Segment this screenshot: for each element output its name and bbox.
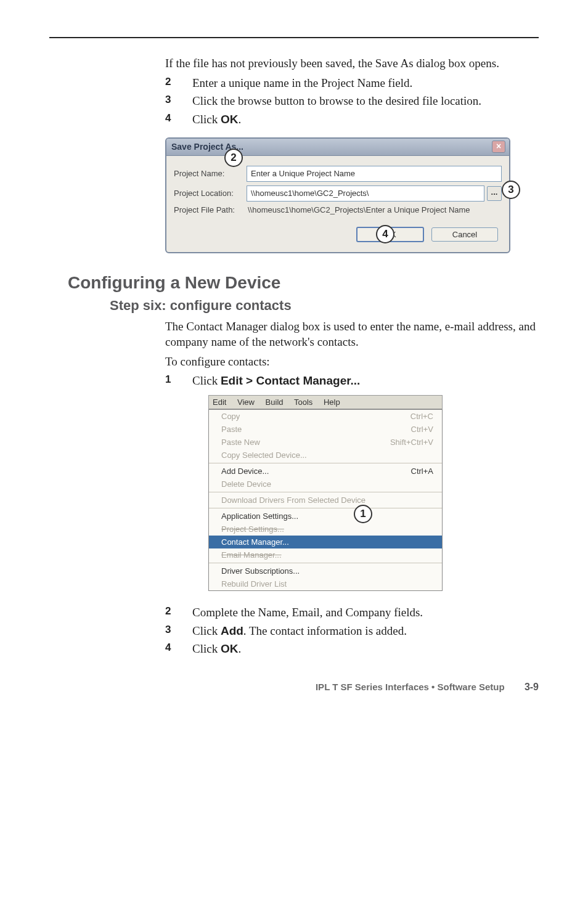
intro-paragraph: If the file has not previously been save…: [165, 55, 539, 71]
project-name-label: Project Name:: [174, 169, 247, 178]
intro-step-4-pre: Click: [192, 113, 221, 126]
mi-copy-selected: Copy Selected Device...: [209, 449, 442, 462]
callout-3: 3: [502, 181, 520, 199]
post-step-3: Click Add. The contact information is ad…: [192, 623, 539, 639]
intro-step-4-dot: .: [238, 113, 241, 126]
intro-step-4-ok: OK: [221, 113, 239, 126]
edit-menu-figure: Edit View Build Tools Help CopyCtrl+C Pa…: [208, 395, 443, 591]
intro-step-3: Click the browse button to browse to the…: [192, 93, 539, 109]
footer-text: IPL T SF Series Interfaces • Software Se…: [316, 682, 505, 692]
edit-dropdown: CopyCtrl+C PasteCtrl+V Paste NewShift+Ct…: [208, 409, 443, 591]
mi-copy: CopyCtrl+C: [209, 410, 442, 423]
post-step-4-pre: Click: [192, 642, 221, 655]
mi-paste: PasteCtrl+V: [209, 423, 442, 436]
mi-paste-new: Paste NewShift+Ctrl+V: [209, 436, 442, 449]
post-step-num-2: 2: [165, 605, 192, 621]
mi-delete-device: Delete Device: [209, 478, 442, 491]
mi-contact-manager[interactable]: Contact Manager...: [209, 536, 442, 548]
save-project-dialog: Save Project As... × Project Name: Enter…: [165, 137, 510, 253]
post-step-num-3: 3: [165, 623, 192, 639]
post-step-3-tail: . The contact information is added.: [243, 624, 407, 637]
callout-1: 1: [354, 505, 372, 523]
footer-page-number: 3-9: [525, 682, 539, 692]
mi-add-device[interactable]: Add Device...Ctrl+A: [209, 465, 442, 478]
project-path-label: Project File Path:: [174, 205, 247, 214]
intro-step-num-2: 2: [165, 75, 192, 91]
post-step-4-dot: .: [238, 642, 241, 655]
post-step-2: Complete the Name, Email, and Company fi…: [192, 605, 539, 621]
page-footer: IPL T SF Series Interfaces • Software Se…: [49, 682, 539, 693]
menu-edit[interactable]: Edit: [213, 397, 226, 407]
cancel-button[interactable]: Cancel: [431, 227, 498, 242]
menu-bar: Edit View Build Tools Help: [208, 395, 443, 409]
post-step-4: Click OK.: [192, 641, 539, 657]
browse-button[interactable]: ...: [487, 186, 502, 201]
save-project-dialog-figure: Save Project As... × Project Name: Enter…: [165, 137, 510, 253]
intro-step-num-3: 3: [165, 93, 192, 109]
section-para-1: The Contact Manager dialog box is used t…: [165, 319, 539, 350]
mi-rebuild-driver-list: Rebuild Driver List: [209, 577, 442, 590]
config-step-1: Click Edit > Contact Manager...: [192, 373, 539, 389]
config-step-1-bold: Edit > Contact Manager...: [221, 374, 360, 387]
mi-driver-subscriptions[interactable]: Driver Subscriptions...: [209, 565, 442, 577]
post-step-num-4: 4: [165, 641, 192, 657]
section-heading: Configuring a New Device: [68, 273, 539, 293]
mi-email-manager: Email Manager...: [209, 548, 442, 561]
intro-step-4: Click OK.: [192, 112, 539, 128]
subsection-heading: Step six: configure contacts: [110, 298, 539, 314]
close-icon[interactable]: ×: [492, 141, 505, 153]
post-step-4-ok: OK: [221, 642, 239, 655]
project-path-value: \\homeusc1\home\GC2_Projects\Enter a Uni…: [247, 205, 502, 214]
menu-tools[interactable]: Tools: [294, 397, 312, 407]
intro-step-2: Enter a unique name in the Project Name …: [192, 75, 539, 91]
mi-application-settings[interactable]: Application Settings...: [209, 510, 442, 523]
project-location-label: Project Location:: [174, 189, 247, 198]
config-step-num-1: 1: [165, 373, 192, 389]
menu-view[interactable]: View: [237, 397, 255, 407]
dialog-titlebar: Save Project As... ×: [166, 139, 509, 156]
callout-2: 2: [224, 149, 243, 167]
section-para-2: To configure contacts:: [165, 354, 539, 370]
project-location-input[interactable]: \\homeusc1\home\GC2_Projects\: [247, 185, 484, 202]
mi-project-settings: Project Settings...: [209, 523, 442, 536]
callout-4: 4: [376, 225, 394, 243]
mi-download-drivers: Download Drivers From Selected Device: [209, 494, 442, 507]
post-step-3-add: Add: [221, 624, 243, 637]
project-name-input[interactable]: Enter a Unique Project Name: [247, 166, 502, 182]
config-step-1-pre: Click: [192, 374, 221, 387]
menu-help[interactable]: Help: [324, 397, 340, 407]
post-step-3-pre: Click: [192, 624, 221, 637]
intro-step-num-4: 4: [165, 112, 192, 128]
menu-build[interactable]: Build: [266, 397, 284, 407]
